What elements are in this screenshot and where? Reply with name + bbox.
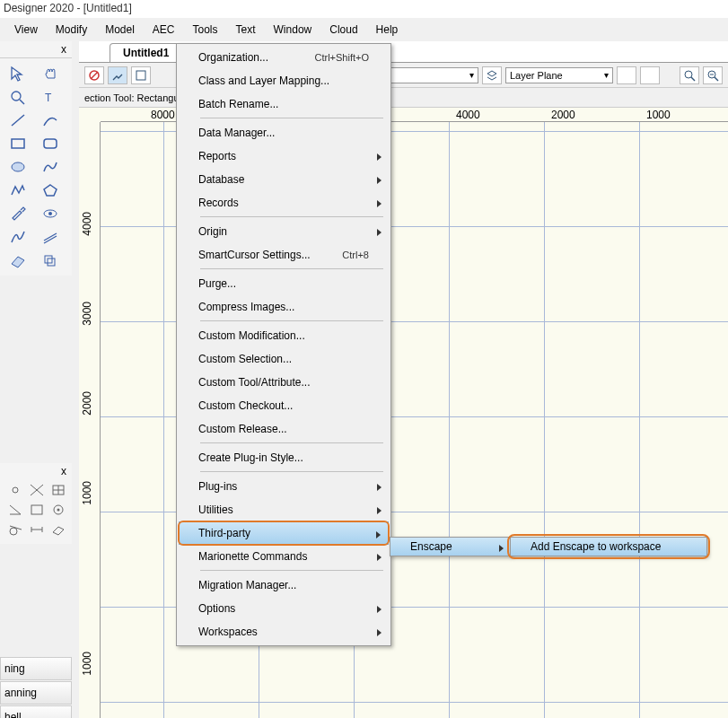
- svg-point-22: [57, 509, 60, 512]
- menu-window[interactable]: Window: [265, 20, 321, 39]
- toolbar-button[interactable]: [131, 66, 151, 84]
- ellipse-tool-icon[interactable]: [5, 157, 31, 177]
- document-tab[interactable]: Untitled1: [110, 43, 182, 62]
- snap-tangent-icon[interactable]: [5, 521, 25, 538]
- eyedropper-tool-icon[interactable]: [5, 204, 31, 223]
- zoom-out-icon[interactable]: [703, 66, 723, 84]
- menu-purge[interactable]: Purge...: [179, 272, 389, 295]
- snap-working-plane-icon[interactable]: [48, 521, 68, 538]
- menu-create-plugin-style[interactable]: Create Plug-in Style...: [179, 446, 389, 469]
- menu-item-label: Data Manager...: [198, 127, 275, 139]
- menu-utilities[interactable]: Utilities: [179, 498, 389, 521]
- menu-data-manager[interactable]: Data Manager...: [179, 121, 389, 144]
- menu-origin[interactable]: Origin: [179, 220, 389, 243]
- snap-point-icon[interactable]: [5, 481, 25, 499]
- svg-point-31: [685, 71, 692, 78]
- submenu-add-enscape[interactable]: Add Enscape to workspace: [510, 537, 707, 556]
- menu-item-label: Batch Rename...: [198, 98, 278, 110]
- snap-smart-icon[interactable]: [48, 501, 68, 519]
- layer-combo[interactable]: Layer Plane: [505, 67, 613, 83]
- menu-marionette[interactable]: Marionette Commands: [179, 545, 389, 568]
- extract-tool-icon[interactable]: [38, 250, 63, 270]
- toolbar-button[interactable]: [640, 66, 660, 84]
- menu-custom-tool-attribute[interactable]: Custom Tool/Attribute...: [179, 371, 389, 394]
- line-tool-icon[interactable]: [5, 110, 31, 130]
- menu-item-label: Marionette Commands: [198, 550, 307, 563]
- svg-point-14: [13, 487, 18, 493]
- menu-item-label: Create Plug-in Style...: [198, 451, 303, 464]
- svg-rect-5: [44, 139, 57, 148]
- svg-line-32: [691, 77, 695, 81]
- submenu-enscape[interactable]: Enscape: [390, 537, 512, 556]
- snap-distance-icon[interactable]: [27, 521, 47, 538]
- menu-help[interactable]: Help: [367, 20, 408, 39]
- ruler-mark: 1000: [81, 652, 93, 676]
- menu-modify[interactable]: Modify: [47, 20, 96, 39]
- category-panel: ning anning hell: [0, 657, 72, 718]
- menu-smartcursor[interactable]: SmartCursor Settings...Ctrl+8: [179, 243, 389, 267]
- svg-line-29: [91, 72, 98, 79]
- wall-tool-icon[interactable]: [5, 250, 31, 270]
- menu-aec[interactable]: AEC: [144, 20, 184, 39]
- menu-item-label: Utilities: [198, 503, 233, 516]
- menu-item-label: Plug-ins: [198, 480, 237, 493]
- menu-compress-images[interactable]: Compress Images...: [179, 295, 389, 319]
- double-line-tool-icon[interactable]: [38, 227, 63, 247]
- snap-palette-close-icon[interactable]: x: [2, 465, 70, 477]
- svg-point-0: [12, 92, 21, 101]
- menu-item-label: SmartCursor Settings...: [198, 249, 311, 261]
- menu-item-label: Migration Manager...: [198, 579, 296, 591]
- toolbar-button[interactable]: [108, 66, 127, 84]
- menu-cloud[interactable]: Cloud: [320, 20, 366, 39]
- text-tool-icon[interactable]: T: [38, 87, 63, 107]
- menu-view[interactable]: View: [5, 20, 47, 39]
- snap-intersection-icon[interactable]: [27, 481, 47, 499]
- zoom-in-icon[interactable]: [680, 66, 699, 84]
- category-row[interactable]: anning: [0, 681, 72, 705]
- zoom-tool-icon[interactable]: [5, 87, 31, 107]
- menu-organization[interactable]: Organization...Ctrl+Shift+O: [179, 46, 389, 69]
- curve-tool-icon[interactable]: [38, 157, 63, 177]
- menu-database[interactable]: Database: [179, 168, 389, 191]
- menu-class-layer-mapping[interactable]: Class and Layer Mapping...: [179, 69, 389, 92]
- menu-text[interactable]: Text: [227, 20, 265, 39]
- menu-tools[interactable]: Tools: [184, 20, 227, 39]
- menu-item-label: Custom Tool/Attribute...: [198, 376, 311, 389]
- svg-line-34: [715, 77, 718, 81]
- toolbar-button[interactable]: [617, 66, 636, 84]
- menu-migration-manager[interactable]: Migration Manager...: [179, 574, 389, 597]
- category-row[interactable]: hell: [0, 705, 72, 718]
- rounded-rect-tool-icon[interactable]: [38, 134, 63, 153]
- polyline-tool-icon[interactable]: [5, 180, 31, 200]
- arc-tool-icon[interactable]: [38, 110, 63, 130]
- svg-line-1: [20, 100, 24, 104]
- menu-third-party[interactable]: Third-party: [179, 521, 389, 545]
- palette-close-icon[interactable]: x: [0, 41, 72, 58]
- menu-workspaces[interactable]: Workspaces: [179, 620, 389, 644]
- rectangle-tool-icon[interactable]: [5, 134, 31, 153]
- category-label: anning: [4, 687, 37, 699]
- menu-batch-rename[interactable]: Batch Rename...: [179, 92, 389, 116]
- polygon-tool-icon[interactable]: [38, 180, 63, 200]
- menu-options[interactable]: Options: [179, 597, 389, 620]
- menu-reports[interactable]: Reports: [179, 144, 389, 168]
- menu-custom-modification[interactable]: Custom Modification...: [179, 324, 389, 347]
- menu-item-label: Third-party: [198, 527, 250, 539]
- menu-item-label: Custom Release...: [198, 423, 287, 435]
- menu-records[interactable]: Records: [179, 191, 389, 215]
- menu-model[interactable]: Model: [96, 20, 144, 39]
- menu-item-label: Compress Images...: [198, 301, 294, 313]
- category-row[interactable]: ning: [0, 657, 72, 680]
- visibility-tool-icon[interactable]: [38, 204, 63, 223]
- menu-custom-selection[interactable]: Custom Selection...: [179, 347, 389, 371]
- selection-tool-icon[interactable]: [5, 64, 31, 83]
- menu-plugins[interactable]: Plug-ins: [179, 475, 389, 498]
- toolbar-button[interactable]: [84, 66, 104, 84]
- freehand-tool-icon[interactable]: [5, 227, 31, 247]
- snap-edge-icon[interactable]: [27, 501, 47, 519]
- layers-icon[interactable]: [482, 66, 502, 84]
- pan-tool-icon[interactable]: [38, 64, 63, 83]
- snap-grid-icon[interactable]: [48, 481, 68, 499]
- snap-angle-icon[interactable]: [5, 501, 25, 519]
- window-title: Designer 2020 - [Untitled1]: [0, 0, 728, 18]
